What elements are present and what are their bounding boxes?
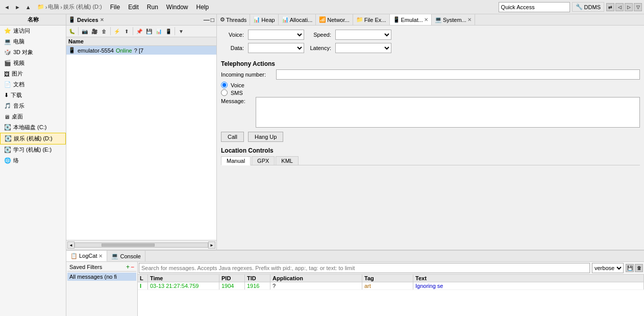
scroll-right-btn[interactable]: ► [208, 241, 215, 249]
call-button[interactable]: Call [221, 132, 244, 142]
toolbar-icon-1[interactable]: ⇄ [606, 3, 614, 11]
debug-btn[interactable]: 🐛 [67, 27, 77, 36]
tab-system[interactable]: 💻 System... ✕ [432, 14, 475, 25]
menu-file[interactable]: File [106, 3, 124, 12]
pin-btn[interactable]: 📌 [135, 27, 144, 36]
sidebar-label-study: 学习 (机械) (E:) [13, 146, 52, 154]
devices-icon: 📱 [68, 16, 76, 23]
filter-remove-btn[interactable]: − [131, 263, 134, 271]
breadcrumb-computer[interactable]: 电脑 [48, 3, 59, 11]
ddms-button[interactable]: 🔧 DDMS [572, 2, 604, 12]
network-icon: 🌐 [4, 157, 11, 164]
sidebar-label-docs: 文档 [13, 81, 24, 88]
scrollbar-track[interactable] [75, 242, 208, 248]
loc-tab-kml[interactable]: KML [276, 156, 299, 165]
menu-window[interactable]: Window [162, 3, 192, 12]
tab-heap[interactable]: 📊 Heap [250, 14, 278, 25]
sidebar-item-ent[interactable]: 💽 娱乐 (机械) (D:) [0, 133, 66, 144]
nav-back-btn[interactable]: ◄ [2, 3, 12, 11]
docs-icon: 📄 [4, 81, 11, 88]
pics-icon: 🖼 [4, 71, 10, 77]
sidebar-title: 名称 [28, 16, 39, 23]
device-row[interactable]: 📱 emulator-5554 Online ? [7 [66, 46, 216, 55]
music-icon: 🎵 [4, 103, 11, 109]
scrollbar-thumb[interactable] [102, 244, 155, 247]
bottom-tab-logcat[interactable]: 📋 LogCat ✕ [66, 251, 107, 261]
devices-title: 📱 Devices ✕ [68, 16, 104, 23]
sidebar-label-3d: 3D 对象 [13, 48, 33, 56]
system-close-icon[interactable]: ✕ [467, 17, 472, 22]
sidebar-item-music[interactable]: 🎵 音乐 [0, 101, 66, 111]
minimize-icon[interactable]: — [204, 16, 210, 23]
tab-emulat[interactable]: 📱 Emulat... ✕ [390, 14, 432, 25]
loc-tab-gpx[interactable]: GPX [252, 156, 275, 165]
loc-tab-manual[interactable]: Manual [221, 156, 251, 165]
menu-run[interactable]: Run [143, 3, 162, 12]
sidebar-item-quickaccess[interactable]: ⭐ 速访问 [0, 26, 66, 36]
hangup-button[interactable]: Hang Up [248, 132, 283, 142]
record-btn[interactable]: 🎥 [90, 27, 99, 36]
tab-network[interactable]: 📶 Networ... [316, 14, 353, 25]
log-search-input[interactable] [139, 263, 590, 273]
maximize-icon[interactable]: □ [211, 16, 214, 23]
console-icon: 💻 [111, 253, 118, 259]
sidebar-item-download[interactable]: ⬇ 下载 [0, 90, 66, 101]
filter-item-all[interactable]: All messages (no fi [67, 273, 136, 281]
console-label: Console [120, 253, 140, 259]
push-btn[interactable]: ⬆ [122, 27, 131, 36]
android-btn[interactable]: 📱 [164, 27, 173, 36]
incoming-input[interactable] [276, 69, 640, 80]
study-icon: 💽 [4, 147, 11, 153]
system-label: System... [443, 17, 466, 23]
menu-edit[interactable]: Edit [124, 3, 143, 12]
log-clear-icon[interactable]: 🗑 [635, 264, 643, 272]
save-btn[interactable]: 💾 [144, 27, 154, 36]
data-select[interactable] [248, 43, 304, 53]
sidebar-item-desktop[interactable]: 🖥 桌面 [0, 111, 66, 122]
emulat-close-icon[interactable]: ✕ [424, 17, 428, 22]
speed-select[interactable] [335, 30, 391, 40]
sidebar-item-pics[interactable]: 🖼 图片 [0, 68, 66, 79]
delete-btn[interactable]: 🗑 [100, 27, 109, 36]
stats-btn[interactable]: 📊 [154, 27, 163, 36]
menu-help[interactable]: Help [192, 3, 213, 12]
quick-access-input[interactable] [499, 2, 570, 12]
breadcrumb: 📁 › 电脑 › 娱乐 (机械) (D:) [37, 3, 102, 11]
system-icon: 💻 [435, 16, 442, 23]
sms-radio[interactable] [221, 89, 228, 96]
voice-radio[interactable] [221, 82, 228, 88]
voice-select[interactable] [248, 30, 304, 40]
sidebar-item-network[interactable]: 🌐 络 [0, 155, 66, 166]
sidebar-item-3d[interactable]: 🎲 3D 对象 [0, 47, 66, 58]
threads-icon: ⚙ [220, 16, 225, 23]
logcat-close-icon[interactable]: ✕ [98, 253, 103, 259]
toolbar-icon-2[interactable]: ◁ [615, 3, 624, 11]
log-row[interactable]: I 03-13 21:27:54.759 1904 1916 ? art Ign… [138, 282, 644, 290]
down-arrow-btn[interactable]: ▼ [177, 27, 186, 36]
filter-add-btn[interactable]: + [126, 263, 130, 271]
message-row: Message: [221, 97, 640, 128]
tab-fileex[interactable]: 📁 File Ex... [353, 14, 390, 25]
video-icon: 🎬 [4, 60, 11, 66]
sidebar-item-video[interactable]: 🎬 视频 [0, 58, 66, 68]
nav-up-btn[interactable]: ▲ [23, 3, 33, 11]
toolbar-icon-4[interactable]: ▽ [634, 3, 642, 11]
sidebar-item-local-disk[interactable]: 💽 本地磁盘 (C:) [0, 122, 66, 133]
sidebar-item-docs[interactable]: 📄 文档 [0, 79, 66, 90]
log-save-icon[interactable]: 💾 [626, 264, 634, 272]
breadcrumb-parent[interactable]: 娱乐 (机械) (D:) [63, 3, 102, 11]
nav-forward-btn[interactable]: ► [13, 3, 22, 11]
bottom-tab-console[interactable]: 💻 Console [107, 251, 145, 261]
tab-allocati[interactable]: 📊 Allocati... [279, 14, 316, 25]
sidebar-item-study[interactable]: 💽 学习 (机械) (E:) [0, 144, 66, 155]
toolbar-icon-3[interactable]: ▷ [625, 3, 633, 11]
latency-select[interactable] [335, 43, 391, 53]
connect-btn[interactable]: ⚡ [112, 27, 121, 36]
sidebar-item-computer[interactable]: 💻 电脑 [0, 36, 66, 47]
col-header-app: Application [270, 275, 362, 282]
verbose-select[interactable]: verbose [592, 263, 624, 273]
message-textarea[interactable] [256, 97, 640, 128]
scroll-left-btn[interactable]: ◄ [67, 241, 75, 249]
screenshot-btn[interactable]: 📷 [80, 27, 89, 36]
tab-threads[interactable]: ⚙ Threads [217, 14, 250, 25]
